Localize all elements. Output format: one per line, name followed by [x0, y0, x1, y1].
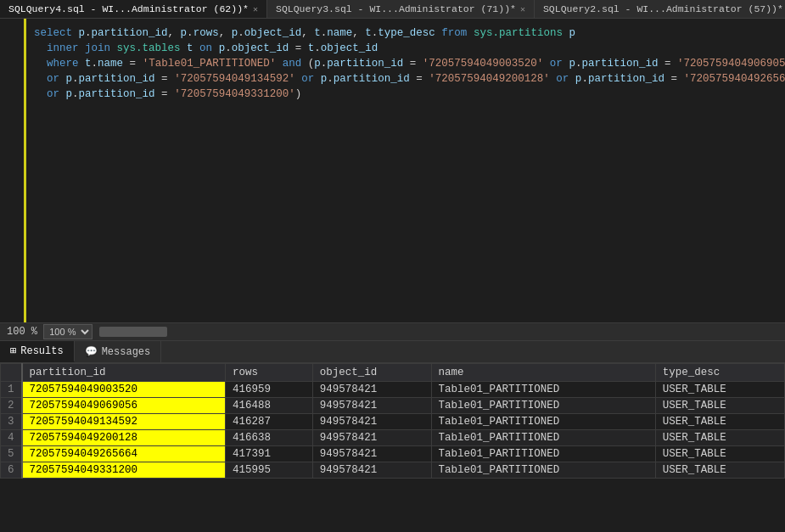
cell-type_desc: USER_TABLE	[655, 430, 784, 446]
col-header-rows: rows	[226, 364, 313, 382]
table-header-row: partition_id rows object_id name type_de…	[1, 364, 785, 382]
cell-rows: 416287	[226, 414, 313, 430]
cell-name: Table01_PARTITIONED	[431, 414, 655, 430]
code-line-1: select p.partition_id, p.rows, p.object_…	[34, 25, 778, 41]
zoom-bar: 100 % 100 % 75 % 125 %	[0, 322, 785, 341]
cell-rows: 416638	[226, 430, 313, 446]
cell-type_desc: USER_TABLE	[655, 398, 784, 414]
cell-object_id: 949578421	[312, 382, 431, 398]
cell-partition_id: 72057594049134592	[22, 414, 226, 430]
code-line-4: or p.partition_id = '72057594049134592' …	[34, 71, 778, 87]
results-tab-bar: ⊞ Results 💬 Messages	[0, 341, 785, 363]
table-row: 572057594049265664417391949578421Table01…	[1, 446, 785, 462]
cell-rows: 417391	[226, 446, 313, 462]
main-layout: SQLQuery4.sql - WI...Administrator (62))…	[0, 0, 785, 532]
results-tab-label: Results	[20, 345, 63, 357]
results-panel: ⊞ Results 💬 Messages partition_id rows o…	[0, 341, 785, 532]
results-table-wrap[interactable]: partition_id rows object_id name type_de…	[0, 363, 785, 532]
row-number: 3	[1, 414, 22, 430]
code-line-5: or p.partition_id = '72057594049331200' …	[34, 87, 778, 102]
tab-results[interactable]: ⊞ Results	[0, 341, 75, 362]
row-number: 6	[1, 462, 22, 479]
code-content[interactable]: select p.partition_id, p.rows, p.object_…	[27, 22, 785, 105]
cell-name: Table01_PARTITIONED	[431, 430, 655, 446]
cell-name: Table01_PARTITIONED	[431, 398, 655, 414]
tab-sqlquery3[interactable]: SQLQuery3.sql - WI...Administrator (71))…	[267, 0, 535, 18]
cell-partition_id: 72057594049069056	[22, 398, 226, 414]
cell-rows: 416959	[226, 382, 313, 398]
row-number: 4	[1, 430, 22, 446]
code-line-3: where t.name = 'Table01_PARTITIONED' and…	[34, 56, 778, 71]
close-icon[interactable]: ✕	[520, 4, 525, 14]
cell-object_id: 949578421	[312, 446, 431, 462]
cell-name: Table01_PARTITIONED	[431, 382, 655, 398]
cell-object_id: 949578421	[312, 462, 431, 479]
cell-partition_id: 72057594049265664	[22, 446, 226, 462]
code-line-2: inner join sys.tables t on p.object_id =…	[34, 41, 778, 56]
zoom-label: 100 %	[7, 326, 37, 338]
message-icon: 💬	[85, 345, 98, 358]
line-numbers	[0, 19, 24, 25]
grid-icon: ⊞	[10, 344, 16, 357]
tab-messages[interactable]: 💬 Messages	[75, 341, 162, 362]
cell-rows: 416488	[226, 398, 313, 414]
row-num-header	[1, 364, 22, 382]
tab-label: SQLQuery3.sql - WI...Administrator (71))…	[276, 3, 516, 14]
editor-left-border	[24, 19, 26, 322]
horizontal-scrollbar[interactable]	[99, 326, 778, 338]
scroll-thumb[interactable]	[99, 327, 167, 337]
col-header-partition-id: partition_id	[22, 364, 226, 382]
cell-rows: 415995	[226, 462, 313, 479]
col-header-type-desc: type_desc	[655, 364, 784, 382]
editor-area[interactable]: select p.partition_id, p.rows, p.object_…	[0, 19, 785, 322]
cell-partition_id: 72057594049003520	[22, 382, 226, 398]
cell-object_id: 949578421	[312, 414, 431, 430]
table-row: 472057594049200128416638949578421Table01…	[1, 430, 785, 446]
cell-type_desc: USER_TABLE	[655, 462, 784, 479]
results-table: partition_id rows object_id name type_de…	[0, 363, 785, 479]
row-number: 2	[1, 398, 22, 414]
cell-name: Table01_PARTITIONED	[431, 446, 655, 462]
table-row: 672057594049331200415995949578421Table01…	[1, 462, 785, 479]
table-row: 372057594049134592416287949578421Table01…	[1, 414, 785, 430]
col-header-object-id: object_id	[312, 364, 431, 382]
tab-sqlquery2[interactable]: SQLQuery2.sql - WI...Administrator (57))…	[535, 0, 785, 18]
cell-type_desc: USER_TABLE	[655, 382, 784, 398]
zoom-select[interactable]: 100 % 75 % 125 %	[43, 324, 93, 339]
cell-partition_id: 72057594049331200	[22, 462, 226, 479]
table-row: 172057594049003520416959949578421Table01…	[1, 382, 785, 398]
tab-sqlquery4[interactable]: SQLQuery4.sql - WI...Administrator (62))…	[0, 0, 267, 18]
cell-partition_id: 72057594049200128	[22, 430, 226, 446]
tab-label: SQLQuery4.sql - WI...Administrator (62))…	[8, 3, 249, 14]
cell-object_id: 949578421	[312, 398, 431, 414]
cell-type_desc: USER_TABLE	[655, 414, 784, 430]
close-icon[interactable]: ✕	[253, 4, 258, 14]
cell-name: Table01_PARTITIONED	[431, 462, 655, 479]
row-number: 1	[1, 382, 22, 398]
cell-type_desc: USER_TABLE	[655, 446, 784, 462]
tab-label: SQLQuery2.sql - WI...Administrator (57))…	[543, 3, 783, 14]
row-number: 5	[1, 446, 22, 462]
cell-object_id: 949578421	[312, 430, 431, 446]
table-row: 272057594049069056416488949578421Table01…	[1, 398, 785, 414]
messages-tab-label: Messages	[102, 346, 151, 358]
tab-bar: SQLQuery4.sql - WI...Administrator (62))…	[0, 0, 785, 19]
col-header-name: name	[431, 364, 655, 382]
